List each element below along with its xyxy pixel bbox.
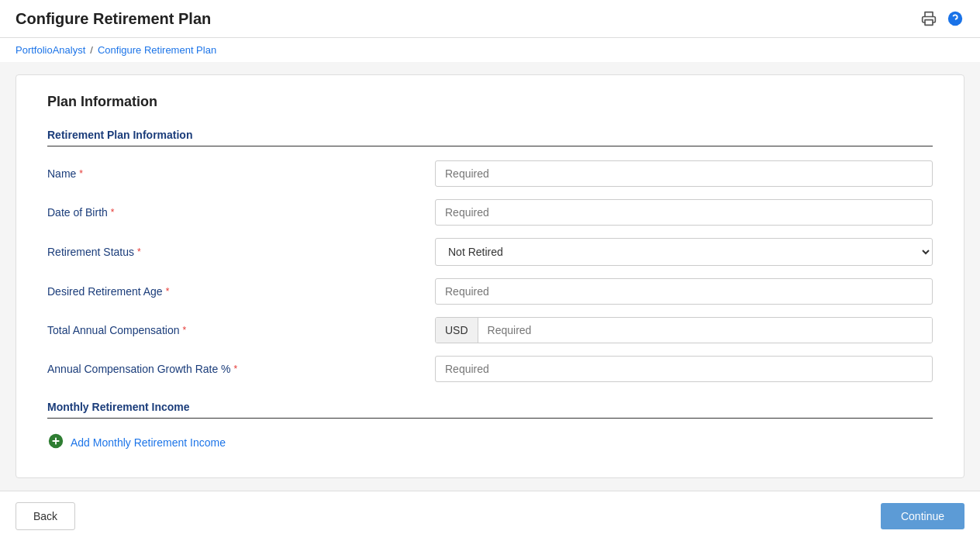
required-star-retirement-age: *	[166, 286, 170, 297]
add-monthly-income-link[interactable]: Add Monthly Retirement Income	[71, 436, 226, 449]
currency-badge: USD	[436, 318, 478, 343]
breadcrumb-current: Configure Retirement Plan	[98, 44, 216, 56]
retirement-age-input[interactable]	[435, 278, 933, 305]
breadcrumb-parent[interactable]: PortfolioAnalyst	[16, 44, 85, 56]
main-content: Plan Information Retirement Plan Informa…	[0, 62, 980, 491]
label-name: Name *	[47, 167, 435, 180]
label-retirement-status: Retirement Status *	[47, 246, 435, 258]
form-row-annual-compensation: Total Annual Compensation * USD	[47, 317, 933, 343]
annual-compensation-input[interactable]	[478, 318, 932, 343]
page-title: Configure Retirement Plan	[16, 10, 211, 28]
control-name	[435, 160, 933, 187]
section2-title: Monthly Retirement Income	[47, 401, 933, 419]
label-retirement-age: Desired Retirement Age *	[47, 285, 435, 298]
card: Plan Information Retirement Plan Informa…	[16, 74, 964, 478]
dob-input[interactable]	[435, 199, 933, 226]
required-star-growth-rate: *	[234, 364, 238, 374]
form-row-dob: Date of Birth *	[47, 199, 933, 226]
print-icon[interactable]	[920, 9, 938, 28]
required-star-annual-compensation: *	[182, 325, 186, 336]
required-star-name: *	[79, 168, 83, 179]
card-main-title: Plan Information	[47, 94, 933, 110]
control-retirement-age	[435, 278, 933, 305]
required-star-dob: *	[111, 207, 115, 218]
required-star-retirement-status: *	[137, 246, 141, 257]
page-header: Configure Retirement Plan	[0, 0, 980, 38]
form-row-growth-rate: Annual Compensation Growth Rate % *	[47, 356, 933, 382]
label-annual-compensation: Total Annual Compensation *	[47, 324, 435, 336]
control-growth-rate	[435, 356, 933, 382]
section1-title: Retirement Plan Information	[47, 129, 933, 146]
page-footer: Back Continue	[0, 491, 980, 541]
add-monthly-income-icon[interactable]	[47, 432, 64, 453]
currency-input-group: USD	[435, 317, 933, 343]
continue-button[interactable]: Continue	[881, 503, 964, 529]
control-annual-compensation: USD	[435, 317, 933, 343]
retirement-status-select[interactable]: Not Retired Retired	[435, 238, 933, 266]
growth-rate-input[interactable]	[435, 356, 933, 382]
form-row-retirement-age: Desired Retirement Age *	[47, 278, 933, 305]
section2: Monthly Retirement Income Add Monthly Re…	[47, 401, 933, 453]
label-growth-rate: Annual Compensation Growth Rate % *	[47, 363, 435, 375]
control-retirement-status: Not Retired Retired	[435, 238, 933, 266]
form-row-retirement-status: Retirement Status * Not Retired Retired	[47, 238, 933, 266]
add-monthly-income-row: Add Monthly Retirement Income	[47, 432, 933, 453]
label-dob: Date of Birth *	[47, 206, 435, 219]
breadcrumb-separator: /	[90, 44, 93, 56]
back-button[interactable]: Back	[16, 502, 75, 530]
help-icon[interactable]	[946, 9, 964, 28]
control-dob	[435, 199, 933, 226]
svg-rect-0	[925, 20, 933, 26]
name-input[interactable]	[435, 160, 933, 187]
header-icons	[920, 9, 964, 28]
form-row-name: Name *	[47, 160, 933, 187]
breadcrumb: PortfolioAnalyst / Configure Retirement …	[0, 38, 980, 62]
